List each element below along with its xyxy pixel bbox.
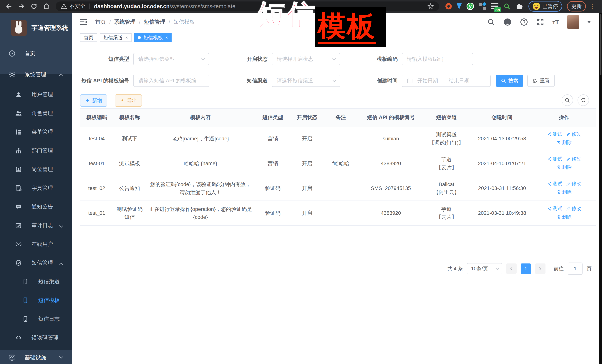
browser-menu-icon[interactable]: ⋮ [589,3,595,10]
extensions-puzzle-icon[interactable] [516,3,523,10]
sidebar-collapse-icon[interactable] [80,19,87,25]
close-icon[interactable]: × [165,35,168,40]
tag-view-tab-2[interactable]: 短信渠道× [100,33,131,42]
browser-home-icon[interactable] [43,3,50,10]
edit-link[interactable]: 修改 [566,180,581,187]
page-url: dashboard.yudao.iocoder.cn/system/sms/sm… [94,3,235,10]
sidebar-item-12[interactable]: 短信管理 [0,253,72,272]
sidebar-item-15[interactable]: 短信日志 [0,310,72,328]
sidebar-item-14[interactable]: 短信模板 [0,291,72,310]
create-time-range-picker[interactable]: 开始日期 - 结束日期 [402,75,491,87]
breadcrumb-item-1[interactable]: 首页 [95,18,106,26]
template-code-input[interactable] [402,53,473,65]
refresh-icon [580,97,586,103]
bookmark-star-icon[interactable] [427,3,434,10]
test-link[interactable]: 测试 [547,155,562,163]
delete-link[interactable]: 删除 [557,164,572,171]
extension-grid-icon[interactable] [479,3,486,10]
delete-link[interactable]: 删除 [557,213,572,220]
sms-type-select[interactable]: 请选择短信类型 [133,53,209,65]
extension-magnifier-icon[interactable] [503,3,511,10]
sidebar-item-4[interactable]: 角色管理 [0,104,72,123]
breadcrumb-item-2[interactable]: 系统管理 [114,18,136,26]
sidebar-item-label: 首页 [25,50,35,57]
delete-link[interactable]: 删除 [557,188,572,196]
address-bar[interactable]: 不安全 dashboard.yudao.iocoder.cn/system/sm… [56,1,439,11]
date-separator: - [442,78,444,84]
extension-ring-icon[interactable] [445,3,452,10]
sidebar-item-8[interactable]: 字典管理 [0,179,72,197]
browser-forward-icon[interactable] [18,3,25,10]
sidebar-item-label: 短信管理 [32,259,53,267]
profile-paused-pill[interactable]: 已暂停 [528,1,562,12]
app-logo[interactable]: 芋道管理系统 [0,13,72,43]
cell-create-time: 2021-04-10 01:07:21 [469,156,535,171]
test-link[interactable]: 测试 [547,130,562,138]
page-number-1[interactable]: 1 [521,263,531,274]
header-actions: TT [487,15,591,29]
sidebar-item-1[interactable]: 首页 [0,43,72,64]
extension-list-icon[interactable]: on [491,3,498,10]
refresh-table-button[interactable] [578,94,589,106]
column-header-5: 开启状态 [290,109,324,126]
reset-button[interactable]: 重置 [527,75,555,87]
test-link[interactable]: 测试 [547,205,562,212]
github-icon[interactable] [503,18,512,26]
warning-icon [61,3,67,10]
url-host: dashboard.yudao.iocoder.cn [94,3,170,9]
browser-reload-icon[interactable] [30,3,37,10]
api-template-id-input[interactable] [133,75,209,87]
chevron-down-icon [333,57,336,60]
next-page-button[interactable] [535,263,546,274]
sidebar-item-label: 系统管理 [25,71,46,78]
extension-vue-icon[interactable] [457,3,462,10]
goto-page-input[interactable] [568,262,582,275]
page-size-select[interactable]: 10条/页 [467,263,502,274]
sidebar-item-6[interactable]: 部门管理 [0,141,72,160]
prev-page-button[interactable] [506,263,516,274]
on-badge: on [494,7,501,12]
avatar-dropdown-icon[interactable] [587,21,591,23]
extension-y-icon[interactable]: y [467,3,474,10]
help-icon[interactable] [520,18,528,26]
sidebar-item-7[interactable]: 岗位管理 [0,160,72,179]
security-indicator[interactable]: 不安全 [61,3,86,10]
browser-back-icon[interactable] [5,3,13,10]
status-select[interactable]: 请选择开启状态 [272,53,340,65]
sidebar-item-label: 岗位管理 [32,166,53,173]
chevron-down-icon [59,354,63,359]
user-avatar[interactable] [567,15,579,29]
sidebar-item-11[interactable]: 在线用户 [0,235,72,253]
sidebar-item-10[interactable]: 审计日志 [0,216,72,235]
fullscreen-icon[interactable] [536,18,544,26]
test-link[interactable]: 测试 [547,180,562,187]
edit-link-label: 修改 [572,180,581,187]
font-size-icon[interactable]: TT [553,19,559,26]
channel-select[interactable]: 请选择短信渠道 [272,75,340,87]
edit-link[interactable]: 修改 [566,205,581,212]
show-search-toggle-button[interactable] [562,94,573,106]
close-icon[interactable]: × [125,35,128,40]
header-search-icon[interactable] [487,18,495,26]
channel-placeholder: 请选择短信渠道 [277,77,313,84]
tag-view-tab-3[interactable]: 短信模板× [134,33,172,42]
add-button[interactable]: 新增 [80,94,107,107]
edit-link[interactable]: 修改 [566,155,581,163]
export-button[interactable]: 导出 [115,94,142,107]
sidebar-item-17[interactable]: 基础设施 [0,347,72,364]
window-scrollbar[interactable] [599,13,602,364]
search-button[interactable]: 搜索 [496,75,523,87]
sidebar-item-9[interactable]: 通知公告 [0,197,72,216]
delete-link[interactable]: 删除 [557,139,572,146]
cell-create-time: 2021-03-31 11:56:30 [469,180,535,196]
browser-update-button[interactable]: 更新 [567,1,586,11]
tag-view-tab-1[interactable]: 首页 [80,33,97,42]
refresh-icon [532,78,538,83]
sidebar-item-2[interactable]: 系统管理 [0,64,72,85]
sidebar-item-13[interactable]: 短信渠道 [0,272,72,291]
sidebar-item-5[interactable]: 菜单管理 [0,123,72,141]
breadcrumb-item-3[interactable]: 短信管理 [144,18,165,26]
sidebar-item-16[interactable]: 错误码管理 [0,328,72,347]
edit-link[interactable]: 修改 [566,130,581,138]
sidebar-item-3[interactable]: 用户管理 [0,85,72,104]
